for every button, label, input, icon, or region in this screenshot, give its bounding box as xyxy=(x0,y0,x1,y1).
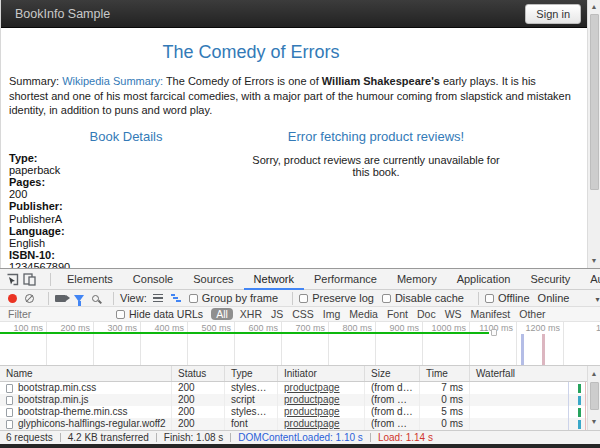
scroll-down-icon[interactable]: ▼ xyxy=(588,416,600,428)
wikipedia-summary-link[interactable]: Wikipedia Summary: xyxy=(62,75,163,87)
scroll-up-icon[interactable]: ▲ xyxy=(588,368,600,380)
request-name-cell[interactable]: bootstrap.min.js xyxy=(0,394,172,406)
tab-application[interactable]: Application xyxy=(447,269,521,290)
request-row[interactable]: bootstrap.min.js 200 script productpage … xyxy=(0,394,600,406)
column-status[interactable]: Status xyxy=(172,366,225,381)
load-time: Load: 1.14 s xyxy=(378,432,433,443)
summary-author-bold: William Shakespeare's xyxy=(322,75,440,87)
network-overview-timeline[interactable]: 100 ms200 ms300 ms400 ms500 ms600 ms700 … xyxy=(0,322,600,366)
detail-label: Language: xyxy=(9,225,251,237)
divider xyxy=(230,433,231,442)
search-icon[interactable] xyxy=(92,295,99,302)
tab-audits[interactable]: Audits xyxy=(580,269,600,290)
disable-cache-checkbox[interactable]: Disable cache xyxy=(382,292,464,304)
page-scrollbar-thumb[interactable] xyxy=(590,14,599,190)
timeline-tick-label: 1300 ms xyxy=(596,323,600,333)
filter-type-css[interactable]: CSS xyxy=(292,308,314,320)
request-name-cell[interactable]: bootstrap.min.css xyxy=(0,382,172,394)
capture-screenshots-icon[interactable] xyxy=(55,295,66,302)
table-scrollbar-thumb[interactable] xyxy=(590,382,599,410)
request-initiator-link[interactable]: productpage xyxy=(278,418,365,430)
request-type-cell: stylesheet xyxy=(225,406,278,418)
filter-type-manifest[interactable]: Manifest xyxy=(471,308,511,320)
divider xyxy=(156,433,157,442)
tab-sources[interactable]: Sources xyxy=(183,269,243,290)
hide-data-urls-checkbox[interactable]: Hide data URLs xyxy=(116,308,203,320)
request-size-cell: (from memory cache) xyxy=(365,394,420,406)
checkbox-icon[interactable] xyxy=(116,310,125,319)
request-row[interactable]: bootstrap-theme.min.css 200 stylesheet p… xyxy=(0,406,600,418)
offline-checkbox[interactable]: Offline xyxy=(485,292,530,304)
filter-type-img[interactable]: Img xyxy=(323,308,341,320)
throttling-select[interactable]: Online▾ xyxy=(538,292,600,304)
disable-cache-label: Disable cache xyxy=(395,292,464,304)
filter-type-media[interactable]: Media xyxy=(349,308,378,320)
request-row[interactable]: bootstrap.min.css 200 stylesheet product… xyxy=(0,382,600,394)
filter-type-other[interactable]: Other xyxy=(519,308,545,320)
clear-icon[interactable] xyxy=(25,294,34,303)
timeline-tick-label: 600 ms xyxy=(235,322,282,366)
column-name[interactable]: Name xyxy=(0,366,172,381)
detail-field: Pages: 200 xyxy=(9,176,251,200)
timeline-tick-label: 100 ms xyxy=(0,322,47,366)
checkbox-icon[interactable] xyxy=(299,294,308,303)
request-time-cell: 0 ms xyxy=(420,418,470,430)
reviews-unavailable-message: Sorry, product reviews are currently una… xyxy=(251,154,501,178)
filter-type-ws[interactable]: WS xyxy=(445,308,462,320)
column-initiator[interactable]: Initiator xyxy=(278,366,365,381)
request-time-cell: 5 ms xyxy=(420,406,470,418)
timeline-tick-label: 500 ms xyxy=(188,322,235,366)
record-icon[interactable] xyxy=(8,294,17,303)
tab-elements[interactable]: Elements xyxy=(57,269,123,290)
inspect-element-icon[interactable] xyxy=(6,273,19,286)
detail-value: PublisherA xyxy=(9,213,251,225)
column-type[interactable]: Type xyxy=(225,366,278,381)
navbar: BookInfo Sample Sign in xyxy=(1,0,587,28)
filter-type-doc[interactable]: Doc xyxy=(417,308,436,320)
overview-drag-handle[interactable] xyxy=(491,329,497,336)
bookinfo-window: BookInfo Sample Sign in The Comedy of Er… xyxy=(0,0,600,448)
preserve-log-checkbox[interactable]: Preserve log xyxy=(299,292,374,304)
checkbox-icon[interactable] xyxy=(485,294,494,303)
device-toolbar-icon[interactable] xyxy=(23,273,36,286)
tab-performance[interactable]: Performance xyxy=(304,269,387,290)
request-waterfall-cell xyxy=(470,418,600,430)
request-name-cell[interactable]: bootstrap-theme.min.css xyxy=(0,406,172,418)
filter-input[interactable] xyxy=(8,308,108,320)
filter-type-js[interactable]: JS xyxy=(271,308,283,320)
page-scrollbar[interactable]: ▲ ▼ xyxy=(587,0,600,268)
dom-content-loaded-marker xyxy=(521,334,524,365)
tab-console[interactable]: Console xyxy=(123,269,183,290)
summary-label: Summary: xyxy=(9,75,59,87)
request-initiator-link[interactable]: productpage xyxy=(278,382,365,394)
show-overview-icon[interactable] xyxy=(171,294,181,302)
filter-type-font[interactable]: Font xyxy=(387,308,408,320)
filter-funnel-icon[interactable] xyxy=(74,295,84,302)
hide-data-urls-label: Hide data URLs xyxy=(129,308,203,320)
filter-type-xhr[interactable]: XHR xyxy=(240,308,262,320)
sign-in-button[interactable]: Sign in xyxy=(525,4,581,24)
request-initiator-link[interactable]: productpage xyxy=(278,406,365,418)
tab-network[interactable]: Network xyxy=(244,269,304,290)
column-time[interactable]: Time xyxy=(420,366,470,381)
page-title: The Comedy of Errors xyxy=(1,42,501,63)
table-scrollbar[interactable]: ▲ ▼ xyxy=(587,366,600,430)
column-size[interactable]: Size xyxy=(365,366,420,381)
tab-memory[interactable]: Memory xyxy=(387,269,447,290)
request-size-cell: (from memory cache) xyxy=(365,418,420,430)
request-row[interactable]: glyphicons-halflings-regular.woff2 200 f… xyxy=(0,418,600,430)
scroll-up-icon[interactable]: ▲ xyxy=(588,1,600,13)
tab-security[interactable]: Security xyxy=(520,269,580,290)
request-name-cell[interactable]: glyphicons-halflings-regular.woff2 xyxy=(0,418,172,430)
request-initiator-link[interactable]: productpage xyxy=(278,394,365,406)
filter-type-all[interactable]: All xyxy=(211,308,233,320)
large-rows-icon[interactable] xyxy=(153,294,163,303)
checkbox-icon[interactable] xyxy=(189,294,198,303)
checkbox-icon[interactable] xyxy=(382,294,391,303)
request-type-cell: script xyxy=(225,394,278,406)
column-waterfall[interactable]: Waterfall xyxy=(470,366,600,381)
scroll-down-icon[interactable]: ▼ xyxy=(588,255,600,267)
group-by-frame-checkbox[interactable]: Group by frame xyxy=(189,292,278,304)
offline-label: Offline xyxy=(498,292,530,304)
timeline-tick-label: 400 ms xyxy=(141,322,188,366)
